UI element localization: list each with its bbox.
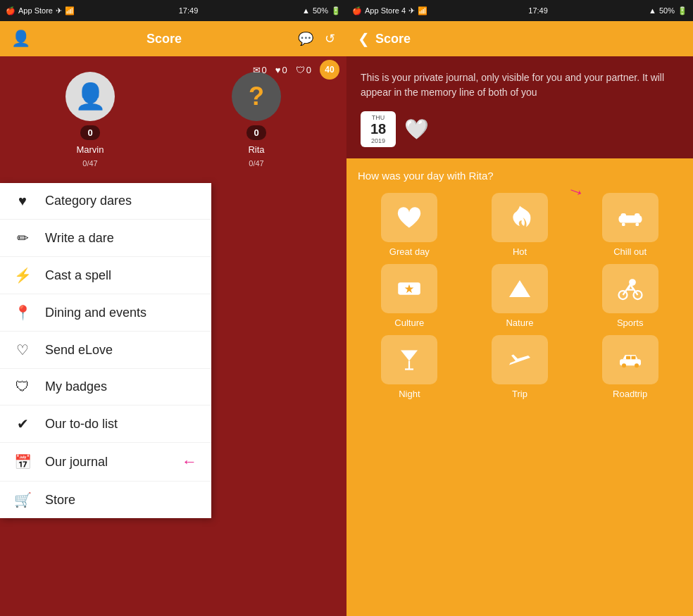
menu-label-7: Our journal	[45, 455, 108, 470]
category-item-sports[interactable]: Sports	[578, 264, 682, 328]
time-right: 17:49	[528, 6, 548, 15]
header-left: 👤 Score 💬 ↺	[0, 21, 346, 56]
category-item-nature[interactable]: Nature	[468, 264, 572, 328]
svg-rect-4	[635, 223, 639, 227]
user-sub-right: 0/47	[249, 159, 263, 168]
menu-label-2: Cast a spell	[45, 268, 111, 283]
chat-icon-left[interactable]: 💬	[298, 31, 313, 46]
menu-icon-0: ♥	[14, 193, 31, 209]
signal-right: ▲	[649, 6, 656, 15]
svg-point-16	[622, 363, 626, 367]
right-header-title: Score	[375, 32, 411, 46]
svg-rect-2	[635, 213, 640, 219]
menu-label-0: Category dares	[45, 194, 132, 208]
heart-count: 0	[282, 65, 287, 75]
category-icon-box-4	[492, 264, 548, 313]
menu-item-store[interactable]: 🛒Store	[0, 482, 211, 518]
battery-pct-right: 50%	[659, 6, 675, 15]
menu-item-send-elove[interactable]: ♡Send eLove	[0, 332, 211, 369]
battery-pct-left: 50%	[313, 6, 328, 15]
score-right: 0	[246, 125, 266, 140]
category-icon-box-8	[602, 335, 658, 384]
menu-label-8: Store	[45, 493, 75, 508]
airplane-icon-right: ✈	[408, 6, 415, 15]
menu-icon-1: ✏	[14, 230, 31, 246]
app-store-label-left: App Store	[18, 6, 53, 15]
category-label-0: Great day	[389, 246, 430, 257]
menu-icon-3: 📍	[14, 304, 31, 321]
menu-icon-2: ⚡	[14, 267, 31, 284]
header-icons-left: 💬 ↺	[298, 31, 335, 46]
user-sub-left: 0/47	[82, 159, 97, 168]
category-icon-box-2	[602, 193, 658, 242]
category-item-chill-out[interactable]: Chill out	[578, 193, 682, 257]
category-label-6: Night	[399, 389, 420, 399]
category-item-night[interactable]: Night	[358, 335, 461, 399]
category-label-7: Trip	[512, 389, 527, 399]
category-item-trip[interactable]: Trip	[468, 335, 572, 399]
menu-item-write-a-dare[interactable]: ✏Write a dare	[0, 220, 211, 257]
category-item-culture[interactable]: Culture	[358, 264, 461, 328]
apple-icon-left: 🍎	[6, 6, 15, 15]
date-day: 18	[366, 121, 390, 137]
right-panel: 🍎 App Store 4 ✈ 📶 17:49 ▲ 50% 🔋 ❮ Score …	[346, 0, 693, 616]
status-bar-right: 🍎 App Store 4 ✈ 📶 17:49 ▲ 50% 🔋	[346, 0, 693, 21]
username-right: Rita	[248, 144, 264, 155]
header-right: ❮ Score	[346, 21, 693, 56]
time-left: 17:49	[179, 6, 199, 15]
shield-count: 0	[306, 65, 311, 75]
top-icons-row: ✉ 0 ♥ 0 🛡 0 40	[253, 60, 339, 80]
mail-icon: ✉	[253, 65, 261, 75]
refresh-icon-left[interactable]: ↺	[325, 31, 335, 46]
menu-item-cast-a-spell[interactable]: ⚡Cast a spell	[0, 257, 211, 294]
category-label-1: Hot	[513, 246, 527, 257]
menu-label-4: Send eLove	[45, 343, 113, 358]
category-item-roadtrip[interactable]: Roadtrip	[578, 335, 682, 399]
svg-point-11	[630, 279, 635, 285]
user-section: ✉ 0 ♥ 0 🛡 0 40 MILD 👤 0	[0, 56, 346, 183]
date-month: THU	[366, 114, 390, 121]
menu-item-category-dares[interactable]: ♥Category dares	[0, 183, 211, 220]
category-item-great-day[interactable]: Great day	[358, 193, 461, 257]
menu-label-1: Write a dare	[45, 231, 114, 246]
date-year: 2019	[366, 137, 390, 144]
category-label-3: Culture	[394, 318, 424, 328]
wifi-icon-left: 📶	[65, 6, 75, 15]
back-arrow-right[interactable]: ❮	[358, 30, 370, 47]
menu-label-5: My badges	[45, 379, 107, 394]
menu-icon-7: 📅	[14, 453, 31, 470]
menu-icon-6: ✔	[14, 415, 31, 432]
svg-rect-18	[626, 356, 630, 360]
category-icon-box-1	[492, 193, 548, 242]
user-card-right: ? 0 Rita 0/47	[232, 72, 281, 168]
menu-icon-5: 🛡	[14, 379, 31, 395]
app-store-label-right: App Store 4	[365, 6, 406, 15]
apple-icon-right: 🍎	[352, 6, 362, 15]
menu-item-my-badges[interactable]: 🛡My badges	[0, 369, 211, 406]
avatar-left: 👤	[65, 72, 115, 121]
svg-rect-19	[631, 356, 635, 360]
menu-item-our-journal[interactable]: 📅Our journal←	[0, 443, 211, 482]
menu-item-our-to-do-list[interactable]: ✔Our to-do list	[0, 406, 211, 443]
category-icon-box-7	[492, 335, 548, 384]
category-icon-box-6	[381, 335, 437, 384]
status-bar-left: 🍎 App Store ✈ 📶 17:49 ▲ 50% 🔋	[0, 0, 346, 21]
pink-arrow-left: ←	[182, 453, 197, 471]
menu-label-3: Dining and events	[45, 306, 146, 320]
left-header-title: Score	[146, 32, 182, 46]
day-section: How was your day with Rita? Great day→Ho…	[346, 158, 693, 616]
profile-icon-left[interactable]: 👤	[11, 30, 30, 48]
heart-icon-top: ♥	[275, 65, 281, 75]
score-left: 0	[80, 125, 99, 140]
category-icon-box-0	[381, 193, 437, 242]
category-icon-box-5	[602, 264, 658, 313]
menu-item-dining-and-events[interactable]: 📍Dining and events	[0, 294, 211, 332]
wifi-icon-right: 📶	[418, 6, 427, 15]
menu-icon-4: ♡	[14, 341, 31, 358]
svg-marker-12	[401, 351, 418, 361]
username-left: Marvin	[76, 144, 104, 155]
mail-count: 0	[262, 65, 267, 75]
heart-icon-date[interactable]: 🤍	[404, 118, 429, 141]
day-question: How was your day with Rita?	[358, 170, 682, 182]
battery-icon-right: 🔋	[678, 6, 687, 15]
